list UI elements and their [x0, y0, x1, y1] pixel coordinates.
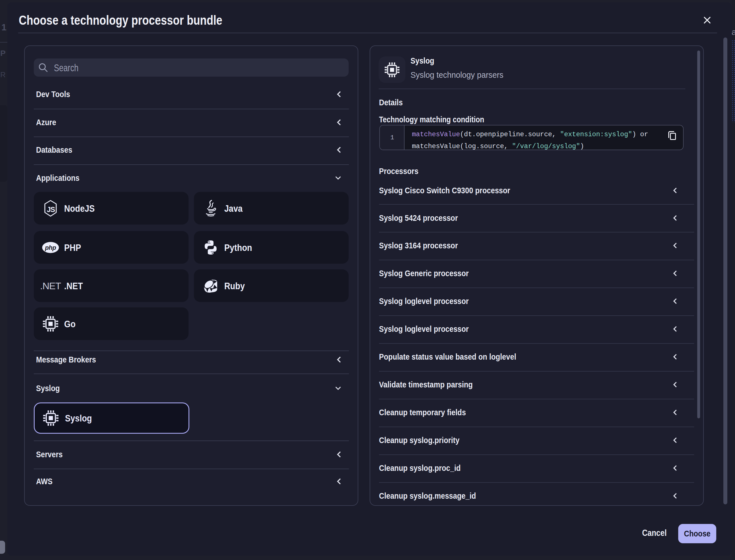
svg-text:php: php [45, 244, 56, 251]
svg-text:JS: JS [47, 205, 55, 213]
